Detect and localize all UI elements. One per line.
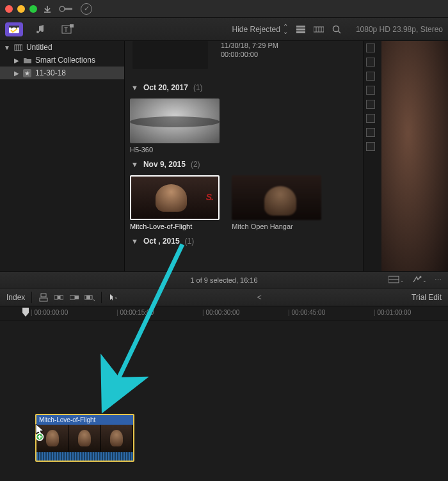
clip-thumbnail[interactable]: [130, 99, 220, 143]
clip-appearance-icon[interactable]: ⌄: [388, 275, 403, 285]
timeline-clip-title: Mitch-Love-of-Flight: [36, 415, 133, 425]
svg-rect-33: [75, 296, 79, 299]
timeline[interactable]: Mitch-Love-of-Flight: [0, 320, 448, 481]
disclosure-triangle-icon[interactable]: ▶: [14, 70, 19, 77]
zoom-window-button[interactable]: [29, 5, 37, 13]
search-icon[interactable]: [332, 25, 342, 34]
svg-rect-32: [70, 296, 75, 299]
close-window-button[interactable]: [5, 5, 13, 13]
viewer-panel: [363, 41, 448, 271]
svg-point-16: [333, 26, 339, 31]
svg-rect-9: [296, 26, 305, 28]
select-tool-icon[interactable]: ⌄: [108, 293, 118, 302]
svg-rect-28: [40, 298, 47, 301]
date-group-header[interactable]: ▼ Oct 20, 2017 (1): [125, 79, 363, 96]
timeline-ruler[interactable]: | 00:00:00:00| 00:00:15:00| 00:00:30:00|…: [0, 306, 448, 320]
viewer-checkbox[interactable]: [366, 43, 375, 52]
date-label: Oct , 2015: [143, 237, 180, 246]
timeline-toolbar: Index ⌄ ⌄ < Trial Edit: [0, 288, 448, 306]
clip-name-label: Mitch Open Hangar: [232, 223, 321, 230]
timeline-clip-audio: [36, 452, 133, 461]
clip-name-label: H5-360: [130, 146, 220, 154]
svg-rect-3: [9, 26, 19, 28]
disclosure-triangle-icon[interactable]: ▶: [14, 57, 19, 64]
sidebar-item-untitled[interactable]: ▼ Untitled: [0, 41, 124, 54]
main-toolbar: T Hide Rejected ⌃⌄ 1080p HD 23.98p, Ster…: [0, 18, 448, 41]
sidebar-label: 11-30-18: [35, 68, 66, 77]
clip-count-label: (2): [191, 160, 200, 169]
nav-prev-button[interactable]: <: [257, 293, 262, 302]
svg-text:⌄: ⌄: [422, 278, 426, 283]
svg-rect-29: [54, 296, 58, 299]
sidebar-item-event[interactable]: ▶ ★ 11-30-18: [0, 67, 124, 79]
sidebar-label: Smart Collections: [35, 56, 95, 65]
ruler-tick-label: | 00:00:45:00: [288, 309, 325, 316]
ruler-tick-label: | 00:01:00:00: [374, 309, 411, 316]
connect-clip-icon[interactable]: [38, 293, 49, 302]
up-down-chevron-icon: ⌃⌄: [283, 24, 288, 35]
date-label: Oct 20, 2017: [143, 83, 188, 92]
clip-filter-label: Hide Rejected: [232, 25, 280, 34]
ruler-tick-label: | 00:00:30:00: [202, 309, 239, 316]
import-icon[interactable]: [42, 4, 52, 14]
viewer-checkbox[interactable]: [366, 86, 375, 95]
viewer-checkbox[interactable]: [366, 128, 375, 137]
list-view-icon[interactable]: [296, 25, 306, 34]
clip-thumbnail[interactable]: S.: [130, 175, 220, 220]
disclosure-triangle-icon[interactable]: ▼: [131, 161, 138, 168]
viewer-checkbox[interactable]: [366, 142, 375, 151]
background-tasks-icon[interactable]: ✓: [81, 3, 92, 15]
filmstrip-view-icon[interactable]: [314, 25, 324, 34]
minimize-window-button[interactable]: [17, 5, 25, 13]
svg-rect-8: [70, 24, 74, 28]
clip-item[interactable]: S. Mitch-Love-of-Flight: [130, 175, 220, 230]
keyword-icon[interactable]: [58, 4, 76, 14]
photos-audio-tab-icon[interactable]: [32, 22, 50, 36]
timeline-clip[interactable]: Mitch-Love-of-Flight: [35, 414, 134, 462]
browser-status-bar: 1 of 9 selected, 16:16 ⌄ ⌄ ⋯: [0, 271, 448, 288]
clip-thumbnail[interactable]: [232, 175, 321, 220]
clip-filter-dropdown[interactable]: Hide Rejected ⌃⌄: [232, 24, 288, 35]
svg-rect-27: [41, 294, 46, 297]
ruler-tick-label: | 00:00:15:00: [116, 309, 154, 316]
sidebar-label: Untitled: [26, 43, 52, 52]
sidebar-item-smart-collections[interactable]: ▶ Smart Collections: [0, 54, 124, 67]
viewer-checkbox[interactable]: [366, 100, 375, 109]
svg-text:⌄: ⌄: [400, 278, 403, 283]
svg-rect-30: [58, 296, 60, 299]
date-group-header[interactable]: ▼ Oct , 2015 (1): [125, 233, 363, 249]
svg-text:T: T: [64, 26, 68, 33]
svg-point-0: [60, 6, 65, 12]
disclosure-triangle-icon[interactable]: ▼: [131, 84, 138, 91]
insert-clip-icon[interactable]: [54, 293, 64, 302]
clip-item[interactable]: H5-360: [130, 99, 220, 154]
clip-count-label: (1): [185, 237, 195, 246]
svg-rect-1: [65, 8, 72, 10]
clip-thumbnail[interactable]: [132, 41, 208, 69]
svg-marker-37: [22, 308, 29, 317]
clip-item[interactable]: Mitch Open Hangar: [232, 175, 321, 230]
library-tab-icon[interactable]: [5, 22, 23, 36]
playhead-icon[interactable]: [22, 308, 29, 318]
disclosure-triangle-icon[interactable]: ▼: [131, 237, 138, 245]
index-button[interactable]: Index: [6, 293, 25, 302]
append-clip-icon[interactable]: [69, 293, 79, 302]
date-label: Nov 9, 2015: [143, 160, 186, 169]
more-icon[interactable]: ⋯: [435, 276, 442, 284]
timeline-title-label: Trial Edit: [412, 293, 442, 302]
viewer-checkbox[interactable]: [366, 72, 375, 81]
clip-browser: 11/30/18, 7:29 PM 00:00:00:00 ▼ Oct 20, …: [125, 41, 363, 271]
viewer-checkbox[interactable]: [366, 114, 375, 123]
viewer-checkbox[interactable]: [366, 58, 375, 67]
library-sidebar: ▼ Untitled ▶ Smart Collections ▶ ★ 11-30…: [0, 41, 125, 271]
window-titlebar: ✓: [0, 0, 448, 18]
date-group-header[interactable]: ▼ Nov 9, 2015 (2): [125, 156, 363, 173]
titles-generators-tab-icon[interactable]: T: [59, 22, 77, 36]
clip-count-label: (1): [193, 83, 203, 92]
overwrite-clip-icon[interactable]: ⌄: [84, 293, 95, 302]
viewer-frame: [381, 41, 448, 271]
clip-name-label: Mitch-Love-of-Flight: [130, 223, 220, 230]
effects-icon[interactable]: ⌄: [412, 275, 426, 285]
event-icon: ★: [23, 69, 31, 77]
disclosure-triangle-icon[interactable]: ▼: [4, 44, 10, 51]
